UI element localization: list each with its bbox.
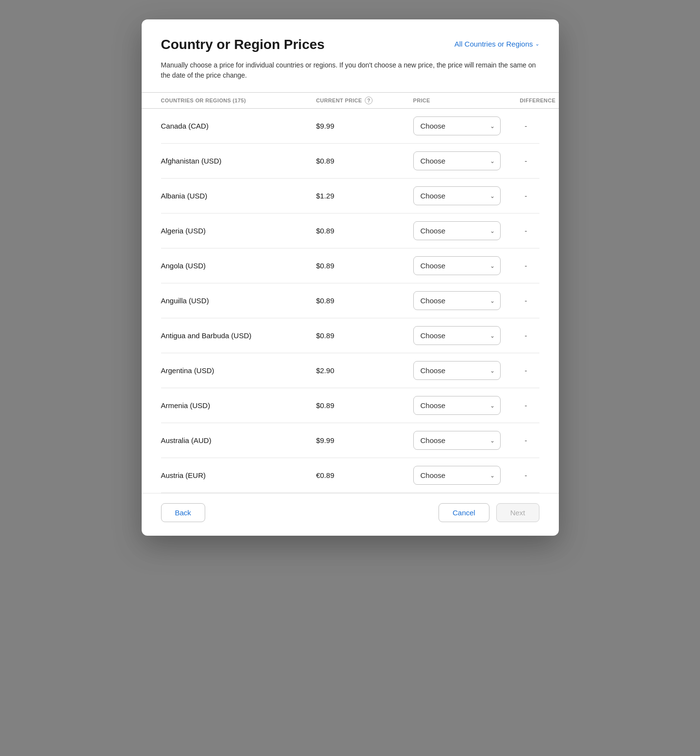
price-select-wrapper: Choose $0.89 $1.29 $1.99 $2.90 $4.99 $9.… — [413, 361, 501, 380]
country-name: Austria (EUR) — [161, 471, 316, 479]
current-price: $2.90 — [316, 366, 413, 375]
country-name: Afghanistan (USD) — [161, 157, 316, 165]
current-price: $0.89 — [316, 227, 413, 235]
modal-body: Canada (CAD) $9.99 Choose $0.89 $1.29 $1… — [142, 109, 559, 493]
difference-value: - — [520, 401, 539, 410]
country-name: Algeria (USD) — [161, 227, 316, 235]
price-select-wrapper: Choose $0.89 $1.29 $1.99 $2.90 $4.99 $9.… — [413, 326, 501, 345]
difference-value: - — [520, 436, 539, 444]
difference-value: - — [520, 227, 539, 235]
modal-title: Country or Region Prices — [161, 37, 325, 52]
current-price: $1.29 — [316, 192, 413, 200]
price-select[interactable]: Choose $0.89 $1.29 $1.99 $2.90 $4.99 $9.… — [413, 396, 501, 415]
table-row: Armenia (USD) $0.89 Choose $0.89 $1.29 $… — [161, 388, 539, 423]
country-name: Anguilla (USD) — [161, 296, 316, 305]
price-select[interactable]: Choose $0.89 $1.29 $1.99 $2.90 $4.99 $9.… — [413, 291, 501, 310]
table-row: Afghanistan (USD) $0.89 Choose $0.89 $1.… — [161, 144, 539, 179]
modal-overlay: Country or Region Prices All Countries o… — [0, 0, 700, 756]
price-select[interactable]: Choose $0.89 $1.29 $1.99 $2.90 $4.99 $9.… — [413, 151, 501, 170]
current-price: $0.89 — [316, 296, 413, 305]
modal-description: Manually choose a price for individual c… — [161, 60, 539, 81]
filter-link[interactable]: All Countries or Regions ⌄ — [455, 40, 539, 48]
country-name: Albania (USD) — [161, 192, 316, 200]
table-row: Anguilla (USD) $0.89 Choose $0.89 $1.29 … — [161, 283, 539, 318]
difference-value: - — [520, 366, 539, 375]
price-select-wrapper: Choose $0.89 $1.29 $1.99 $2.90 $4.99 $9.… — [413, 116, 501, 135]
country-name: Argentina (USD) — [161, 366, 316, 375]
country-name: Antigua and Barbuda (USD) — [161, 331, 316, 340]
current-price: $9.99 — [316, 122, 413, 130]
col-header-difference: DIFFERENCE — [520, 97, 556, 104]
table-row: Angola (USD) $0.89 Choose $0.89 $1.29 $1… — [161, 248, 539, 283]
price-select[interactable]: Choose $0.89 $1.29 $1.99 $2.90 $4.99 $9.… — [413, 256, 501, 275]
price-select-wrapper: Choose $0.89 $1.29 $1.99 $2.90 $4.99 $9.… — [413, 256, 501, 275]
table-row: Algeria (USD) $0.89 Choose $0.89 $1.29 $… — [161, 214, 539, 248]
col-header-price: PRICE — [413, 97, 520, 104]
country-name: Canada (CAD) — [161, 122, 316, 130]
difference-value: - — [520, 122, 539, 130]
price-select-wrapper: Choose $0.89 $1.29 $1.99 $2.90 $4.99 $9.… — [413, 151, 501, 170]
footer-right: Cancel Next — [439, 503, 539, 522]
filter-link-label: All Countries or Regions — [455, 40, 533, 48]
table-row: Antigua and Barbuda (USD) $0.89 Choose $… — [161, 318, 539, 353]
country-name: Angola (USD) — [161, 262, 316, 270]
table-row: Albania (USD) $1.29 Choose $0.89 $1.29 $… — [161, 179, 539, 214]
price-select[interactable]: Choose $0.89 $1.29 $1.99 $2.90 $4.99 $9.… — [413, 431, 501, 450]
price-select[interactable]: Choose $0.89 $1.29 $1.99 $2.90 $4.99 $9.… — [413, 186, 501, 205]
table-row: Australia (AUD) $9.99 Choose $0.89 $1.29… — [161, 423, 539, 458]
price-select-wrapper: Choose $0.89 $1.29 $1.99 $2.90 $4.99 $9.… — [413, 396, 501, 415]
cancel-button[interactable]: Cancel — [439, 503, 489, 522]
price-select-wrapper: Choose $0.89 $1.29 $1.99 $2.90 $4.99 $9.… — [413, 466, 501, 485]
difference-value: - — [520, 192, 539, 200]
modal-footer: Back Cancel Next — [142, 493, 559, 536]
next-button[interactable]: Next — [496, 503, 539, 522]
col-header-country: COUNTRIES OR REGIONS (175) — [161, 97, 316, 104]
current-price: $0.89 — [316, 157, 413, 165]
table-row: Austria (EUR) €0.89 Choose $0.89 $1.29 $… — [161, 458, 539, 493]
price-select[interactable]: Choose $0.89 $1.29 $1.99 $2.90 $4.99 $9.… — [413, 116, 501, 135]
help-icon[interactable]: ? — [365, 97, 373, 104]
modal: Country or Region Prices All Countries o… — [142, 19, 559, 536]
modal-header: Country or Region Prices All Countries o… — [142, 19, 559, 92]
current-price: €0.89 — [316, 471, 413, 479]
price-select[interactable]: Choose $0.89 $1.29 $1.99 $2.90 $4.99 $9.… — [413, 326, 501, 345]
price-select-wrapper: Choose $0.89 $1.29 $1.99 $2.90 $4.99 $9.… — [413, 221, 501, 240]
difference-value: - — [520, 296, 539, 305]
col-header-current-price: CURRENT PRICE ? — [316, 97, 413, 104]
price-select[interactable]: Choose $0.89 $1.29 $1.99 $2.90 $4.99 $9.… — [413, 361, 501, 380]
current-price: $0.89 — [316, 401, 413, 410]
table-row: Canada (CAD) $9.99 Choose $0.89 $1.29 $1… — [161, 109, 539, 144]
difference-value: - — [520, 331, 539, 340]
table-header: COUNTRIES OR REGIONS (175) CURRENT PRICE… — [142, 92, 559, 109]
chevron-down-icon: ⌄ — [535, 41, 539, 47]
table-row: Argentina (USD) $2.90 Choose $0.89 $1.29… — [161, 353, 539, 388]
price-select-wrapper: Choose $0.89 $1.29 $1.99 $2.90 $4.99 $9.… — [413, 431, 501, 450]
price-select-wrapper: Choose $0.89 $1.29 $1.99 $2.90 $4.99 $9.… — [413, 186, 501, 205]
title-row: Country or Region Prices All Countries o… — [161, 37, 539, 52]
difference-value: - — [520, 262, 539, 270]
price-select[interactable]: Choose $0.89 $1.29 $1.99 $2.90 $4.99 $9.… — [413, 221, 501, 240]
price-select-wrapper: Choose $0.89 $1.29 $1.99 $2.90 $4.99 $9.… — [413, 291, 501, 310]
country-name: Armenia (USD) — [161, 401, 316, 410]
country-name: Australia (AUD) — [161, 436, 316, 444]
back-button[interactable]: Back — [161, 503, 205, 522]
difference-value: - — [520, 471, 539, 479]
price-select[interactable]: Choose $0.89 $1.29 $1.99 $2.90 $4.99 $9.… — [413, 466, 501, 485]
current-price: $9.99 — [316, 436, 413, 444]
difference-value: - — [520, 157, 539, 165]
current-price: $0.89 — [316, 262, 413, 270]
current-price: $0.89 — [316, 331, 413, 340]
